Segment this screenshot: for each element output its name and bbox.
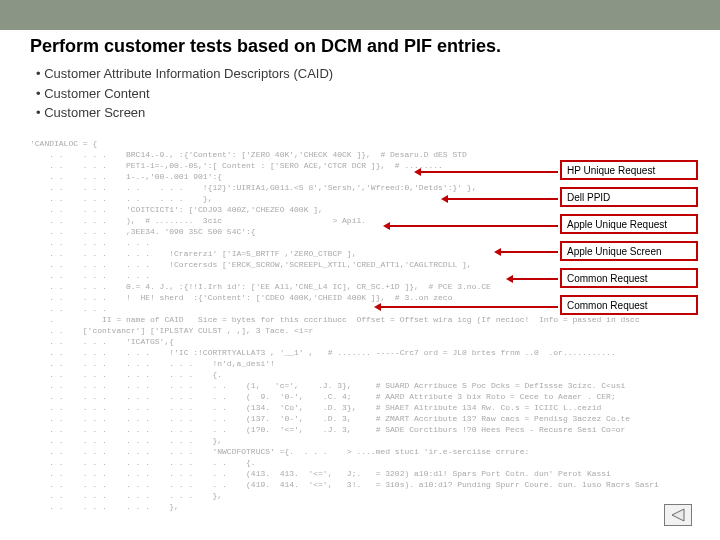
callout-column: HP Unique Request Dell PPID Apple Unique… xyxy=(560,160,698,315)
callout-box: Common Request xyxy=(560,295,698,315)
callout-box: Apple Unique Screen xyxy=(560,241,698,261)
callout-label: Apple Unique Screen xyxy=(567,246,662,257)
slide-top-bar xyxy=(0,0,720,30)
callout-label: Common Request xyxy=(567,273,648,284)
back-nav-button[interactable] xyxy=(664,504,692,526)
svg-marker-0 xyxy=(672,509,684,521)
slide-title: Perform customer tests based on DCM and … xyxy=(30,36,501,57)
callout-label: Common Request xyxy=(567,300,648,311)
callout-box: Common Request xyxy=(560,268,698,288)
callout-label: Apple Unique Request xyxy=(567,219,667,230)
bullet-list: Customer Attribute Information Descripto… xyxy=(36,64,333,123)
callout-box: HP Unique Request xyxy=(560,160,698,180)
bullet-item: Customer Screen xyxy=(36,103,333,123)
callout-label: HP Unique Request xyxy=(567,165,655,176)
callout-box: Dell PPID xyxy=(560,187,698,207)
bullet-item: Customer Content xyxy=(36,84,333,104)
bullet-item: Customer Attribute Information Descripto… xyxy=(36,64,333,84)
callout-label: Dell PPID xyxy=(567,192,610,203)
triangle-left-icon xyxy=(670,508,686,522)
callout-box: Apple Unique Request xyxy=(560,214,698,234)
